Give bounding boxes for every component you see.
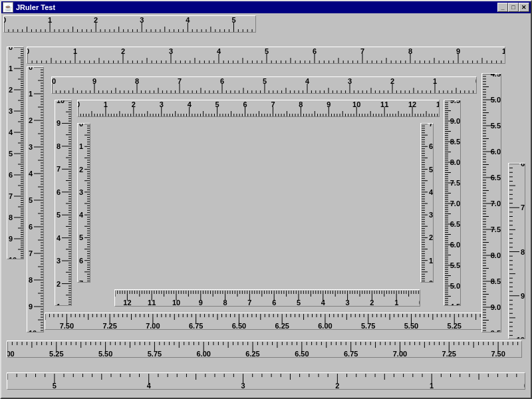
svg-text:5: 5 <box>263 77 267 85</box>
window-buttons: _ □ ✕ <box>497 3 529 12</box>
svg-text:8: 8 <box>57 142 61 150</box>
svg-text:0: 0 <box>4 16 6 24</box>
ruler-v2: 012345678910 <box>27 66 44 332</box>
svg-text:3: 3 <box>346 299 350 307</box>
svg-text:6.25: 6.25 <box>275 322 289 330</box>
svg-text:4: 4 <box>9 128 13 136</box>
svg-text:7: 7 <box>79 279 83 283</box>
svg-text:3: 3 <box>9 107 13 115</box>
svg-text:2: 2 <box>29 116 33 124</box>
svg-text:7: 7 <box>9 192 13 200</box>
svg-text:9: 9 <box>456 47 460 55</box>
svg-text:10: 10 <box>352 100 360 108</box>
svg-text:4: 4 <box>29 170 33 178</box>
svg-text:1: 1 <box>433 77 437 85</box>
svg-text:7: 7 <box>429 124 433 128</box>
svg-text:2: 2 <box>79 166 83 174</box>
svg-text:6: 6 <box>313 47 317 55</box>
svg-text:9.0: 9.0 <box>491 303 501 311</box>
svg-text:5: 5 <box>297 299 301 307</box>
svg-text:4: 4 <box>217 47 221 55</box>
app-window: ☕ JRuler Test _ □ ✕ 01234501234567891001… <box>0 0 532 399</box>
maximize-button[interactable]: □ <box>508 3 519 12</box>
svg-text:10: 10 <box>517 336 525 339</box>
svg-text:2: 2 <box>370 299 374 307</box>
svg-text:9.5: 9.5 <box>450 100 460 104</box>
svg-text:4: 4 <box>188 100 192 108</box>
svg-text:1: 1 <box>48 16 52 24</box>
close-button[interactable]: ✕ <box>519 3 529 12</box>
svg-text:4.5: 4.5 <box>450 303 460 306</box>
ruler-r7: 5.005.255.505.756.006.256.506.757.007.25… <box>7 340 522 358</box>
svg-text:1: 1 <box>430 382 434 390</box>
svg-text:0: 0 <box>524 382 525 390</box>
svg-text:4: 4 <box>429 188 434 196</box>
svg-text:3: 3 <box>160 100 164 108</box>
client-area: 0123450123456789100123456789100123456789… <box>1 13 531 398</box>
svg-text:9: 9 <box>57 119 61 127</box>
svg-text:1: 1 <box>104 100 108 108</box>
svg-text:3: 3 <box>29 143 33 151</box>
svg-text:7: 7 <box>360 47 364 55</box>
svg-text:5: 5 <box>29 196 33 204</box>
svg-text:11: 11 <box>380 100 388 108</box>
svg-text:8: 8 <box>29 276 33 284</box>
window-title: JRuler Test <box>16 3 497 11</box>
svg-text:12: 12 <box>123 299 131 307</box>
svg-text:9: 9 <box>199 299 203 307</box>
svg-text:3: 3 <box>169 47 173 55</box>
svg-text:2: 2 <box>9 86 13 94</box>
svg-text:5.75: 5.75 <box>361 322 375 330</box>
svg-text:6.25: 6.25 <box>245 350 259 358</box>
svg-text:6.0: 6.0 <box>491 148 501 156</box>
svg-text:9.0: 9.0 <box>450 117 460 125</box>
svg-text:10: 10 <box>57 100 65 104</box>
svg-text:3: 3 <box>57 257 61 265</box>
svg-text:9: 9 <box>327 100 331 108</box>
svg-text:6: 6 <box>220 77 224 85</box>
svg-text:6: 6 <box>243 100 247 108</box>
svg-text:4: 4 <box>57 234 61 242</box>
svg-text:4: 4 <box>79 211 84 219</box>
svg-text:9: 9 <box>29 303 33 311</box>
ruler-v6: 4.55.05.56.06.57.07.58.08.59.09.5 <box>444 100 461 306</box>
svg-text:2: 2 <box>429 233 433 241</box>
svg-text:6.5: 6.5 <box>491 174 501 182</box>
svg-text:4: 4 <box>305 77 310 85</box>
svg-text:6.00: 6.00 <box>318 322 332 330</box>
svg-text:1: 1 <box>57 303 61 306</box>
svg-text:6: 6 <box>57 188 61 196</box>
svg-text:6: 6 <box>521 164 525 168</box>
ruler-v3: 12345678910 <box>55 100 72 306</box>
ruler-r6: 5.005.255.505.756.006.256.506.757.007.25… <box>45 313 497 330</box>
svg-text:5: 5 <box>215 100 219 108</box>
svg-text:0: 0 <box>429 279 433 283</box>
svg-text:11: 11 <box>148 299 156 307</box>
ruler-r4: 012345678910111213 <box>77 100 440 117</box>
svg-text:7.5: 7.5 <box>450 179 460 187</box>
svg-text:3: 3 <box>241 382 245 390</box>
svg-text:9.5: 9.5 <box>491 329 501 332</box>
svg-text:8.0: 8.0 <box>450 158 460 166</box>
svg-text:4: 4 <box>147 382 152 390</box>
svg-text:4.5: 4.5 <box>491 74 501 78</box>
svg-text:5.25: 5.25 <box>448 322 462 330</box>
svg-text:7.5: 7.5 <box>491 225 501 233</box>
ruler-r5: 0123456789101112 <box>114 289 420 307</box>
svg-text:1: 1 <box>29 90 33 98</box>
svg-text:6.50: 6.50 <box>295 350 309 358</box>
svg-text:0: 0 <box>419 299 420 307</box>
ruler-v1: 012345678910 <box>7 47 24 259</box>
svg-text:10: 10 <box>172 299 180 307</box>
svg-text:2: 2 <box>390 77 394 85</box>
svg-text:8.5: 8.5 <box>450 138 460 146</box>
minimize-button[interactable]: _ <box>497 3 508 12</box>
svg-text:0: 0 <box>27 47 29 55</box>
svg-text:5.5: 5.5 <box>450 261 460 269</box>
svg-text:8: 8 <box>135 77 139 85</box>
svg-text:0: 0 <box>29 67 33 71</box>
svg-text:2: 2 <box>335 382 339 390</box>
svg-text:7.25: 7.25 <box>102 322 116 330</box>
titlebar[interactable]: ☕ JRuler Test _ □ ✕ <box>1 1 531 13</box>
ruler-v5: 01234567 <box>420 123 434 283</box>
